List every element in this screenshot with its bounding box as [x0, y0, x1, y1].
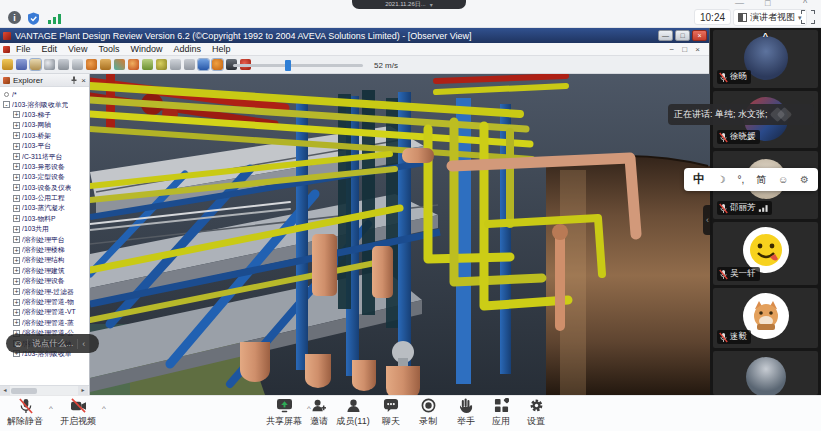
explorer-header[interactable]: Explorer × — [0, 74, 89, 87]
tree-item[interactable]: +/溶剂处理管道-物 — [3, 297, 89, 307]
menu-file[interactable]: File — [16, 44, 31, 54]
tree-item[interactable]: +/溶剂处理设备 — [3, 276, 89, 286]
scroll-up-chevron-icon[interactable]: ^ — [763, 31, 768, 41]
expand-icon[interactable]: + — [13, 278, 20, 285]
update-icon[interactable] — [142, 59, 153, 70]
emoji-icon[interactable]: ☺ — [13, 338, 23, 349]
tree-item[interactable]: +/C-311塔平台 — [3, 151, 89, 161]
tree-item[interactable]: +/溶剂处理楼梯 — [3, 245, 89, 255]
expand-icon[interactable]: + — [13, 236, 20, 243]
tree-item[interactable]: +/103-物料P — [3, 214, 89, 224]
tree-item[interactable]: +/103共用 — [3, 224, 89, 234]
speed-slider-track[interactable] — [233, 64, 363, 67]
expand-icon[interactable]: + — [13, 319, 20, 326]
expand-icon[interactable]: + — [13, 309, 20, 316]
fly-icon[interactable] — [100, 59, 111, 70]
fullscreen-icon[interactable] — [801, 10, 815, 24]
undo-icon[interactable] — [184, 59, 195, 70]
tree-item[interactable]: +/溶剂处理平台 — [3, 234, 89, 244]
expand-icon[interactable]: + — [13, 247, 20, 254]
open-icon[interactable] — [2, 59, 13, 70]
scroll-left-icon[interactable]: ◄ — [0, 386, 10, 395]
participant-tile[interactable]: 迷毅 — [713, 288, 818, 348]
minimize-window-icon[interactable]: — — [735, 0, 744, 8]
save-icon[interactable] — [16, 59, 27, 70]
snapshot-icon[interactable] — [170, 59, 181, 70]
menu-addins[interactable]: Addins — [173, 44, 201, 54]
expand-icon[interactable]: + — [13, 267, 20, 274]
tree-item[interactable]: +/溶剂处理建筑 — [3, 266, 89, 276]
menu-edit[interactable]: Edit — [42, 44, 58, 54]
punctuation-toggle[interactable]: °, — [738, 174, 745, 185]
tree-item[interactable]: +/溶剂处理管道-蒸 — [3, 318, 89, 328]
tree-item[interactable]: +/103-公用工程 — [3, 193, 89, 203]
app-title-bar[interactable]: VANTAGE Plant Design Review Version 6.2 … — [0, 28, 709, 43]
zoom-icon[interactable] — [44, 59, 55, 70]
ime-mode-toggle[interactable]: 中 — [693, 171, 705, 188]
meeting-title-pill[interactable]: 2021.11.26日... ▾ — [352, 0, 466, 9]
expand-icon[interactable]: + — [13, 132, 20, 139]
expand-icon[interactable]: + — [13, 195, 20, 202]
collapse-icon[interactable]: - — [3, 101, 10, 108]
info-icon[interactable]: i — [8, 11, 21, 24]
tree-root[interactable]: /* — [3, 89, 89, 99]
chat-input-pill[interactable]: ☺ 说点什么... ‹ — [6, 334, 99, 353]
menu-help[interactable]: Help — [212, 44, 231, 54]
app-minimize-button[interactable]: — — [658, 30, 673, 41]
chevron-left-icon[interactable]: ‹ — [82, 339, 85, 349]
speed-slider-thumb[interactable] — [285, 60, 291, 71]
expand-icon[interactable]: + — [13, 288, 20, 295]
simplified-toggle[interactable]: 简 — [756, 173, 766, 187]
app-restore-button[interactable]: □ — [675, 30, 690, 41]
expand-icon[interactable]: + — [13, 153, 20, 160]
tree-item[interactable]: +/103-蒸汽凝水 — [3, 203, 89, 213]
expand-icon[interactable]: + — [13, 205, 20, 212]
collapse-window-icon[interactable]: ^ — [803, 0, 807, 8]
explorer-panel-icon[interactable] — [30, 59, 41, 70]
mic-options-chevron[interactable]: ^ — [49, 404, 53, 413]
tree-item[interactable]: +/103-桥架 — [3, 131, 89, 141]
tree-item[interactable]: +/溶剂处理管道-VT — [3, 307, 89, 317]
gear-icon[interactable]: ⚙ — [800, 174, 809, 185]
expand-icon[interactable]: + — [13, 215, 20, 222]
tree-item[interactable]: +/103-设备及仪表 — [3, 183, 89, 193]
tree-item[interactable]: +/溶剂处理-过滤器 — [3, 286, 89, 296]
select-icon[interactable] — [58, 59, 69, 70]
participant-tile[interactable]: ^ 徐旸 — [713, 30, 818, 88]
close-icon[interactable]: × — [81, 76, 86, 85]
globe-icon[interactable] — [156, 59, 167, 70]
unmute-button[interactable]: 解除静音 — [2, 398, 48, 428]
shield-icon[interactable] — [27, 11, 40, 24]
tree-item[interactable]: +/103-梯子 — [3, 110, 89, 120]
restore-window-icon[interactable]: □ — [765, 0, 770, 8]
tree-item[interactable]: +/103-平台 — [3, 141, 89, 151]
expand-icon[interactable]: + — [13, 257, 20, 264]
expand-icon[interactable]: + — [13, 174, 20, 181]
chat-placeholder[interactable]: 说点什么... — [32, 338, 73, 350]
tree-item[interactable]: +/103-网轴 — [3, 120, 89, 130]
expand-icon[interactable]: + — [13, 111, 20, 118]
walk-icon[interactable] — [114, 59, 125, 70]
sidebar-collapse-handle[interactable]: ‹ — [703, 205, 712, 235]
view-mode-button[interactable]: 演讲者视图 ▾ — [733, 9, 807, 26]
start-video-button[interactable]: 开启视频 — [55, 398, 101, 428]
mdi-window-controls[interactable]: − □ × — [669, 45, 703, 54]
scrollbar-thumb[interactable] — [11, 388, 37, 394]
signal-icon[interactable] — [47, 11, 62, 24]
participant-tile[interactable]: 吴一轩 — [713, 222, 818, 285]
views-icon[interactable] — [198, 59, 209, 70]
clipboard-icon[interactable] — [72, 59, 83, 70]
pin-icon[interactable] — [70, 76, 78, 84]
clock-icon[interactable] — [212, 59, 223, 70]
expand-icon[interactable]: + — [13, 226, 20, 233]
tree-item[interactable]: +/溶剂处理结构 — [3, 255, 89, 265]
orbit-icon[interactable] — [86, 59, 97, 70]
app-close-button[interactable]: × — [692, 30, 707, 41]
3d-viewport[interactable] — [90, 74, 710, 395]
expand-icon[interactable]: + — [13, 163, 20, 170]
examine-icon[interactable] — [128, 59, 139, 70]
menu-window[interactable]: Window — [130, 44, 162, 54]
emoji-icon[interactable]: ☺ — [778, 174, 788, 185]
tree-item[interactable]: +/103-异形设备 — [3, 162, 89, 172]
expand-icon[interactable]: + — [13, 299, 20, 306]
